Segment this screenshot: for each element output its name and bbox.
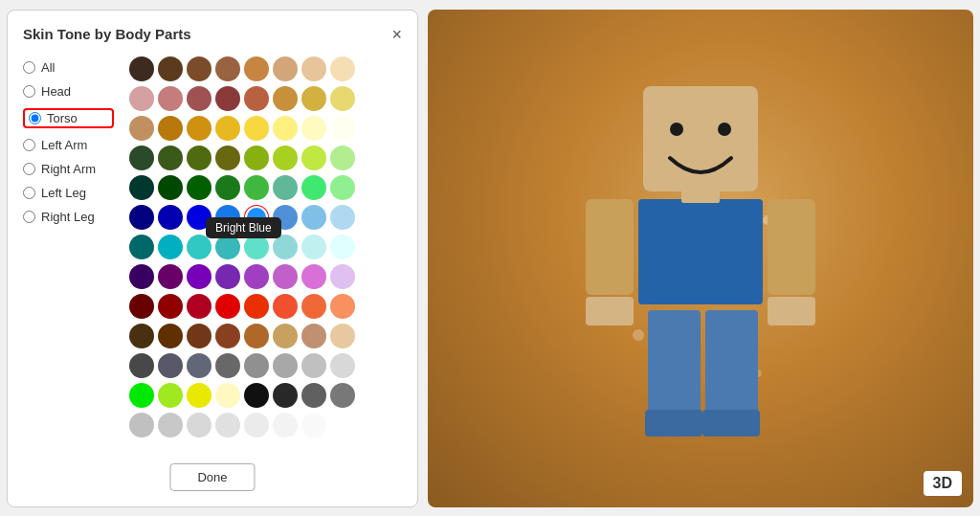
color-dot[interactable] [158, 413, 183, 437]
color-dot[interactable] [187, 294, 212, 319]
color-dot[interactable] [215, 235, 240, 259]
color-dot[interactable] [273, 413, 298, 437]
color-dot[interactable] [129, 205, 154, 230]
color-dot[interactable] [301, 413, 326, 437]
color-dot[interactable] [301, 56, 326, 81]
color-dot[interactable] [273, 383, 298, 408]
color-dot[interactable] [330, 294, 355, 319]
color-dot[interactable] [273, 235, 298, 259]
color-dot[interactable] [215, 56, 240, 81]
color-dot[interactable] [301, 175, 326, 200]
color-dot[interactable] [244, 86, 269, 111]
radio-torso[interactable]: Torso [23, 108, 114, 128]
color-dot[interactable] [215, 146, 240, 170]
color-dot[interactable] [273, 116, 298, 141]
color-dot[interactable] [187, 116, 212, 141]
color-dot[interactable] [330, 86, 355, 111]
color-dot[interactable] [301, 86, 326, 111]
color-dot[interactable] [215, 205, 240, 230]
color-dot[interactable] [244, 413, 269, 437]
color-dot[interactable] [301, 116, 326, 141]
color-dot[interactable] [244, 146, 269, 170]
color-dot[interactable] [301, 324, 326, 348]
color-dot[interactable] [158, 86, 183, 111]
color-dot[interactable] [301, 146, 326, 170]
color-dot[interactable] [273, 294, 298, 319]
color-dot[interactable] [330, 56, 355, 81]
color-dot[interactable] [187, 235, 212, 259]
done-button[interactable]: Done [169, 463, 255, 491]
color-dot[interactable] [244, 205, 269, 230]
radio-right-leg[interactable]: Right Leg [23, 210, 114, 224]
color-dot[interactable] [129, 146, 154, 170]
color-dot[interactable] [215, 413, 240, 437]
color-dot[interactable] [158, 235, 183, 259]
color-dot[interactable] [301, 353, 326, 378]
color-dot[interactable] [158, 353, 183, 378]
color-dot[interactable] [187, 264, 212, 289]
color-dot[interactable] [301, 264, 326, 289]
color-dot[interactable] [129, 235, 154, 259]
color-dot[interactable] [330, 146, 355, 170]
color-dot[interactable] [330, 116, 355, 141]
color-dot[interactable] [215, 175, 240, 200]
color-dot[interactable] [158, 324, 183, 348]
color-dot[interactable] [244, 56, 269, 81]
color-dot[interactable] [330, 264, 355, 289]
color-dot[interactable] [215, 116, 240, 141]
color-dot[interactable] [301, 205, 326, 230]
color-dot[interactable] [244, 264, 269, 289]
color-dot[interactable] [273, 175, 298, 200]
color-dot[interactable] [187, 205, 212, 230]
color-dot[interactable] [129, 294, 154, 319]
color-dot[interactable] [158, 116, 183, 141]
color-dot[interactable] [215, 353, 240, 378]
color-dot[interactable] [273, 56, 298, 81]
color-dot[interactable] [129, 324, 154, 348]
color-dot[interactable] [273, 324, 298, 348]
color-dot[interactable] [187, 353, 212, 378]
color-dot[interactable] [129, 383, 154, 408]
color-dot[interactable] [158, 146, 183, 170]
color-dot[interactable] [273, 205, 298, 230]
color-dot[interactable] [330, 413, 355, 437]
color-dot[interactable] [273, 353, 298, 378]
color-dot[interactable] [244, 324, 269, 348]
color-dot[interactable] [187, 86, 212, 111]
color-dot[interactable] [330, 353, 355, 378]
color-dot[interactable] [158, 294, 183, 319]
color-dot[interactable] [244, 175, 269, 200]
color-dot[interactable] [158, 264, 183, 289]
color-dot[interactable] [273, 264, 298, 289]
color-dot[interactable] [301, 294, 326, 319]
color-dot[interactable] [187, 56, 212, 81]
color-dot[interactable] [330, 235, 355, 259]
color-dot[interactable] [244, 235, 269, 259]
close-button[interactable]: × [391, 26, 402, 43]
radio-head[interactable]: Head [23, 84, 114, 99]
color-dot[interactable] [273, 146, 298, 170]
color-dot[interactable] [215, 264, 240, 289]
color-dot[interactable] [187, 146, 212, 170]
color-dot[interactable] [158, 383, 183, 408]
color-dot[interactable] [244, 294, 269, 319]
color-dot[interactable] [215, 383, 240, 408]
color-dot[interactable] [244, 383, 269, 408]
color-dot[interactable] [129, 116, 154, 141]
color-dot[interactable] [215, 294, 240, 319]
color-dot[interactable] [158, 56, 183, 81]
color-dot[interactable] [158, 205, 183, 230]
color-dot[interactable] [244, 116, 269, 141]
color-dot[interactable] [330, 175, 355, 200]
radio-right-arm[interactable]: Right Arm [23, 162, 114, 176]
color-dot[interactable] [273, 86, 298, 111]
color-dot[interactable] [187, 413, 212, 437]
color-dot[interactable] [301, 383, 326, 408]
radio-all[interactable]: All [23, 60, 114, 75]
radio-left-leg[interactable]: Left Leg [23, 186, 114, 200]
color-dot[interactable] [330, 383, 355, 408]
color-dot[interactable] [215, 86, 240, 111]
color-dot[interactable] [129, 175, 154, 200]
color-dot[interactable] [215, 324, 240, 348]
color-dot[interactable] [330, 324, 355, 348]
